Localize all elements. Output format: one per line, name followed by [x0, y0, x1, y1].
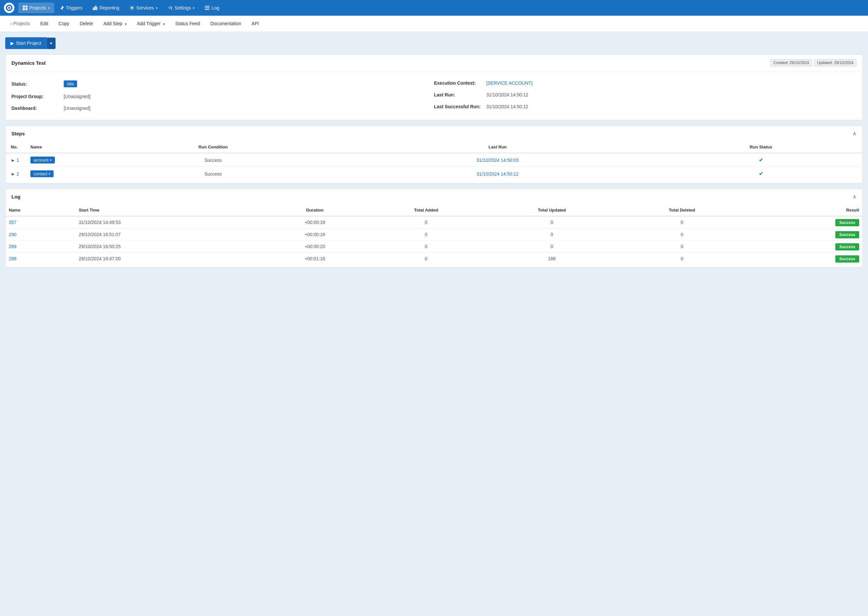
log-duration-0: +00:00:18: [263, 216, 367, 229]
subnav-add-trigger[interactable]: Add Trigger ▾: [132, 16, 170, 31]
subnav-projects-back[interactable]: Projects: [5, 16, 35, 31]
nav-item-log[interactable]: Log: [201, 3, 224, 13]
check-icon: ✔: [759, 171, 763, 176]
project-group-label: Project Group:: [11, 94, 64, 99]
subnav-status-feed[interactable]: Status Feed: [170, 16, 205, 31]
subnav-copy[interactable]: Copy: [53, 16, 75, 31]
svg-rect-15: [205, 9, 210, 10]
start-project-caret-button[interactable]: ▾: [46, 38, 56, 49]
log-duration-2: +00:00:20: [263, 240, 367, 253]
step-last-run-1[interactable]: 31/10/2024 14:50:03: [335, 153, 660, 167]
log-name-1[interactable]: 290: [6, 229, 75, 240]
svg-marker-7: [60, 6, 64, 10]
log-collapse-icon: ∧: [852, 193, 857, 200]
subnav-edit[interactable]: Edit: [35, 16, 53, 31]
last-run-label: Last Run:: [434, 92, 486, 97]
steps-title: Steps: [11, 131, 25, 136]
subnav-documentation[interactable]: Documentation: [205, 16, 246, 31]
log-name-3[interactable]: 288: [6, 253, 75, 265]
step-run-status-2: ✔: [660, 167, 862, 181]
log-col-name: Name: [6, 204, 75, 216]
steps-section-header[interactable]: Steps ∧: [6, 126, 862, 141]
subnav-add-step[interactable]: Add Step ▾: [98, 16, 132, 31]
svg-rect-3: [23, 6, 25, 8]
col-header-name: Name: [25, 141, 91, 153]
step-run-condition-2: Success: [91, 167, 335, 181]
col-header-run-status: Run Status: [660, 141, 862, 153]
subnav-delete[interactable]: Delete: [75, 16, 98, 31]
log-total-updated-2: 0: [485, 240, 619, 253]
created-date-badge: Created: 29/10/2024: [770, 59, 812, 66]
log-result-2: Success: [746, 240, 862, 253]
log-name-0[interactable]: 357: [6, 216, 75, 229]
step-badge-account[interactable]: account ▾: [30, 157, 55, 163]
log-col-total-deleted: Total Deleted: [619, 204, 746, 216]
svg-rect-8: [93, 8, 94, 10]
caret-down-icon: ▾: [50, 41, 52, 46]
step-expand-1[interactable]: ► 1: [6, 153, 25, 167]
last-successful-run-label: Last Successful Run:: [434, 104, 486, 109]
check-icon: ✔: [759, 157, 763, 163]
svg-rect-4: [25, 6, 27, 8]
log-total-added-3: 0: [367, 253, 485, 265]
subnav-api[interactable]: API: [246, 16, 265, 31]
log-total-deleted-0: 0: [619, 216, 746, 229]
table-row: 289 29/10/2024 16:50:25 +00:00:20 0 0 0 …: [6, 240, 862, 253]
steps-card: Steps ∧ No. Name Run Condition Last Run …: [5, 126, 863, 184]
top-nav: Projects ▾ Triggers Reporting Services ▾…: [0, 0, 868, 16]
log-col-total-updated: Total Updated: [485, 204, 619, 216]
col-header-run-condition: Run Condition: [91, 141, 335, 153]
log-section-header[interactable]: Log ∧: [6, 189, 862, 204]
svg-rect-11: [97, 7, 97, 10]
nav-item-settings[interactable]: Settings ▾: [163, 3, 199, 13]
log-result-0: Success: [746, 216, 862, 229]
nav-item-reporting[interactable]: Reporting: [88, 3, 124, 13]
steps-collapse-icon: ∧: [852, 130, 857, 137]
step-run-status-1: ✔: [660, 153, 862, 167]
table-row: ► 1 account ▾ Success 31/10/2024 14:50:0…: [6, 153, 862, 167]
step-badge-contact[interactable]: contact ▾: [30, 170, 53, 177]
sub-nav: Projects Edit Copy Delete Add Step ▾ Add…: [0, 16, 868, 32]
log-total-deleted-2: 0: [619, 240, 746, 253]
log-total-updated-0: 0: [485, 216, 619, 229]
log-title: Log: [11, 194, 20, 200]
start-project-button[interactable]: ▶ Start Project: [5, 37, 46, 49]
updated-date-badge: Updated: 29/10/2024: [814, 59, 857, 66]
table-row: 290 29/10/2024 16:51:07 +00:00:16 0 0 0 …: [6, 229, 862, 240]
log-table: Name Start Time Duration Total Added Tot…: [6, 204, 862, 264]
logo[interactable]: [4, 3, 14, 13]
svg-point-2: [8, 7, 10, 9]
dashboard-value: [Unassigned]: [64, 105, 91, 111]
col-header-last-run: Last Run: [335, 141, 660, 153]
log-total-added-0: 0: [367, 216, 485, 229]
log-start-time-1: 29/10/2024 16:51:07: [75, 229, 263, 240]
execution-context-value[interactable]: [SERVICE ACCOUNT]: [486, 80, 533, 86]
log-name-2[interactable]: 289: [6, 240, 75, 253]
step-expand-2[interactable]: ► 2: [6, 167, 25, 181]
status-label: Status:: [11, 82, 64, 86]
execution-context-label: Execution Context:: [434, 80, 486, 86]
svg-rect-14: [205, 8, 210, 8]
dashboard-label: Dashboard:: [11, 105, 64, 111]
log-total-deleted-3: 0: [619, 253, 746, 265]
log-total-added-2: 0: [367, 240, 485, 253]
log-start-time-2: 29/10/2024 16:50:25: [75, 240, 263, 253]
log-total-updated-3: 186: [485, 253, 619, 265]
table-row: ► 2 contact ▾ Success 31/10/2024 14:50:1…: [6, 167, 862, 181]
log-duration-3: +00:01:16: [263, 253, 367, 265]
step-last-run-2[interactable]: 31/10/2024 14:50:12: [335, 167, 660, 181]
table-row: 357 31/10/2024 14:49:53 +00:00:18 0 0 0 …: [6, 216, 862, 229]
nav-item-services[interactable]: Services ▾: [125, 3, 162, 13]
project-group-value: [Unassigned]: [64, 94, 91, 99]
log-col-total-added: Total Added: [367, 204, 485, 216]
log-col-result: Result: [746, 204, 862, 216]
log-result-1: Success: [746, 229, 862, 240]
log-col-duration: Duration: [263, 204, 367, 216]
nav-item-projects[interactable]: Projects ▾: [18, 3, 54, 13]
table-row: 288 29/10/2024 16:47:00 +00:01:16 0 186 …: [6, 253, 862, 265]
log-card: Log ∧ Name Start Time Duration Total Add…: [5, 189, 863, 267]
project-info-card: Dynamics Test Created: 29/10/2024 Update…: [5, 54, 863, 120]
nav-item-triggers[interactable]: Triggers: [56, 3, 87, 13]
log-total-updated-1: 0: [485, 229, 619, 240]
step-run-condition-1: Success: [91, 153, 335, 167]
